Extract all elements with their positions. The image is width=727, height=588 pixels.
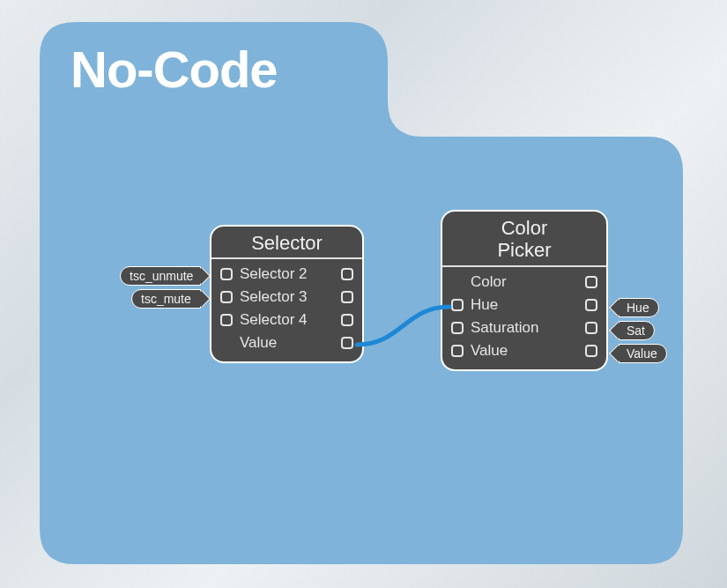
selector-node-title: Selector bbox=[211, 227, 362, 259]
tag-label: Sat bbox=[627, 324, 645, 338]
row-label: Color bbox=[471, 273, 578, 291]
selector-row: Selector 3 bbox=[211, 286, 362, 309]
color-row: Color bbox=[442, 271, 606, 294]
row-label: Value bbox=[471, 342, 578, 360]
input-port-icon[interactable] bbox=[220, 291, 233, 303]
selector-row: Selector 2 bbox=[211, 263, 362, 286]
color-picker-node[interactable]: Color Picker Color Hue Saturation Value bbox=[441, 210, 608, 371]
output-tag-sat[interactable]: Sat bbox=[619, 321, 655, 340]
input-port-icon[interactable] bbox=[451, 322, 464, 334]
row-label: Selector 2 bbox=[240, 265, 334, 283]
output-port-icon[interactable] bbox=[585, 276, 597, 288]
output-tag-hue[interactable]: Hue bbox=[619, 298, 659, 317]
output-port-icon[interactable] bbox=[341, 314, 353, 326]
color-picker-node-title: Color Picker bbox=[442, 212, 606, 267]
tag-label: Hue bbox=[627, 301, 649, 315]
tag-label: tsc_mute bbox=[141, 292, 191, 306]
input-port-icon[interactable] bbox=[220, 314, 233, 326]
row-label: Selector 4 bbox=[240, 311, 334, 329]
output-tag-value[interactable]: Value bbox=[619, 344, 667, 363]
output-port-icon[interactable] bbox=[585, 322, 597, 334]
input-port-icon[interactable] bbox=[220, 268, 233, 280]
row-label: Selector 3 bbox=[240, 288, 334, 306]
input-port-icon[interactable] bbox=[451, 345, 464, 357]
output-port-icon[interactable] bbox=[341, 268, 353, 280]
input-tag-tsc-mute[interactable]: tsc_mute bbox=[131, 289, 201, 309]
panel-title: No-Code bbox=[70, 40, 278, 99]
row-label: Hue bbox=[471, 296, 578, 314]
input-port-icon[interactable] bbox=[451, 299, 464, 311]
color-row: Hue bbox=[442, 294, 606, 316]
color-picker-node-rows: Color Hue Saturation Value bbox=[442, 267, 606, 369]
selector-node[interactable]: Selector Selector 2 Selector 3 Selector … bbox=[210, 225, 364, 363]
output-port-icon[interactable] bbox=[341, 337, 353, 349]
tag-label: tsc_unmute bbox=[130, 269, 193, 283]
selector-row: Value bbox=[211, 331, 362, 354]
row-label: Saturation bbox=[471, 319, 578, 337]
input-tag-tsc-unmute[interactable]: tsc_unmute bbox=[120, 266, 201, 286]
selector-row: Selector 4 bbox=[211, 309, 362, 331]
selector-node-rows: Selector 2 Selector 3 Selector 4 Value bbox=[211, 259, 362, 361]
row-label: Value bbox=[240, 334, 334, 352]
color-row: Value bbox=[442, 339, 606, 362]
tag-label: Value bbox=[627, 346, 657, 361]
color-row: Saturation bbox=[442, 316, 606, 339]
output-port-icon[interactable] bbox=[585, 345, 597, 357]
output-port-icon[interactable] bbox=[585, 299, 597, 311]
output-port-icon[interactable] bbox=[341, 291, 353, 303]
